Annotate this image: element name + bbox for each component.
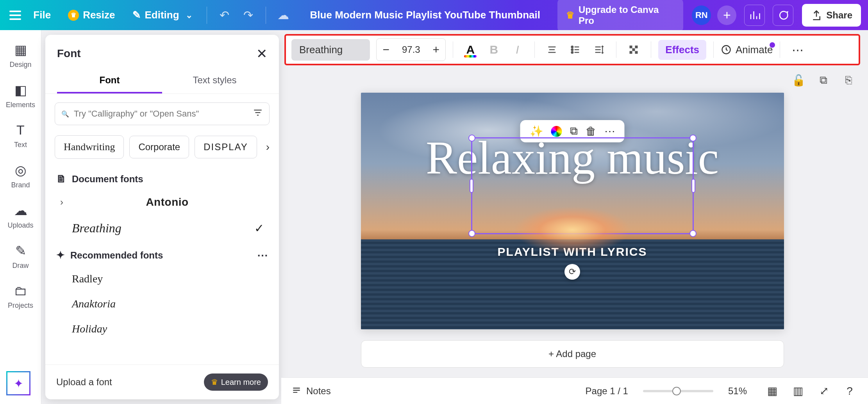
upload-font-button[interactable]: Upload a font (56, 377, 112, 388)
design-canvas[interactable]: ✨ ⧉ 🗑 ⋯ Relaxing music PLAYLIST WITH LYR… (361, 93, 784, 329)
selection-box[interactable] (471, 137, 694, 234)
brand-icon: ◎ (15, 162, 27, 178)
chips-scroll-right-icon[interactable]: › (266, 141, 270, 153)
resize-handle-tr[interactable] (689, 135, 697, 142)
svg-rect-6 (630, 51, 632, 54)
draw-icon: ✎ (15, 243, 26, 259)
user-avatar[interactable]: RN (692, 5, 711, 25)
upgrade-label: Upgrade to Canva Pro (579, 4, 675, 26)
resize-handle-br[interactable] (689, 230, 697, 237)
help-icon[interactable]: ? (841, 385, 858, 397)
fullscreen-icon[interactable]: ⤢ (816, 384, 832, 397)
bullet-list-button[interactable] (565, 40, 586, 60)
bold-button[interactable]: B (484, 40, 504, 60)
pencil-icon: ✎ (132, 9, 141, 21)
file-menu-button[interactable]: File (27, 5, 57, 25)
font-name-label: Anaktoria (72, 298, 116, 310)
canvas-sub-text[interactable]: PLAYLIST WITH LYRICS (361, 245, 784, 259)
crown-icon: ♛ (566, 10, 575, 21)
resize-handle-left[interactable] (470, 179, 473, 193)
more-icon[interactable]: ⋯ (257, 249, 268, 262)
font-antonio[interactable]: › Antonio (56, 190, 268, 215)
redo-button[interactable]: ↷ (239, 5, 258, 25)
main-area: ▦Design ◧Elements TText ◎Brand ☁Uploads … (0, 30, 868, 404)
notes-button[interactable]: Notes (291, 386, 331, 397)
share-button[interactable]: Share (802, 4, 861, 27)
resize-handle-right[interactable] (691, 179, 695, 193)
document-title[interactable]: Blue Modern Music Playlist YouTube Thumb… (310, 9, 540, 21)
thumbnail-view-icon[interactable]: ▥ (790, 384, 806, 397)
rail-brand[interactable]: ◎Brand (0, 159, 41, 192)
page-indicator[interactable]: Page 1 / 1 (586, 386, 628, 397)
increase-font-size-button[interactable]: + (427, 39, 445, 61)
header-divider (207, 7, 207, 24)
magic-button[interactable]: ✦ (6, 371, 30, 395)
document-icon: 🗎 (56, 173, 66, 185)
font-search-box[interactable]: 🔍 (55, 102, 270, 125)
learn-more-button[interactable]: ♛Learn more (204, 373, 268, 391)
text-color-button[interactable]: A (460, 40, 480, 60)
font-size-stepper: − 97.3 + (376, 38, 446, 61)
effects-button[interactable]: Effects (658, 40, 706, 60)
grid-view-icon[interactable]: ▦ (764, 384, 780, 397)
font-radley[interactable]: Radley (56, 266, 268, 291)
zoom-value[interactable]: 51% (728, 386, 747, 397)
zoom-slider-thumb[interactable] (672, 387, 681, 395)
more-options-button[interactable]: ⋯ (792, 43, 805, 57)
cloud-sync-icon[interactable]: ☁ (274, 5, 293, 25)
rail-design[interactable]: ▦Design (0, 39, 41, 72)
tab-font[interactable]: Font (57, 68, 162, 93)
rail-label: Brand (11, 181, 30, 189)
font-anaktoria[interactable]: Anaktoria (56, 291, 268, 316)
filter-icon[interactable] (253, 108, 263, 120)
resize-button[interactable]: ♛ Resize (62, 5, 121, 25)
resize-handle-tl[interactable] (468, 135, 475, 142)
font-search-input[interactable] (74, 109, 248, 119)
chip-display[interactable]: DISPLAY (195, 136, 257, 158)
italic-button[interactable]: I (507, 40, 527, 60)
toolbar-separator (651, 41, 651, 58)
resize-label: Resize (83, 9, 115, 21)
rail-uploads[interactable]: ☁Uploads (0, 199, 41, 233)
toolbar-separator (616, 41, 616, 58)
font-panel: Font ✕ Font Text styles 🔍 Handwriting Co… (45, 35, 279, 399)
alignment-button[interactable] (542, 40, 562, 60)
font-size-value[interactable]: 97.3 (395, 44, 427, 55)
font-name-label: Holiday (72, 323, 107, 335)
font-list-scroll[interactable]: 🗎 Document fonts › Antonio Breathing ✓ ✦… (45, 162, 279, 364)
comment-icon[interactable] (773, 5, 793, 26)
zoom-slider[interactable] (643, 390, 713, 392)
font-breathing[interactable]: Breathing ✓ (56, 215, 268, 242)
add-page-icon[interactable]: ⎘ (841, 72, 856, 88)
chip-corporate[interactable]: Corporate (129, 136, 189, 158)
tab-text-styles[interactable]: Text styles (162, 68, 267, 93)
lock-icon[interactable]: 🔓 (791, 72, 806, 88)
menu-hamburger-icon[interactable] (9, 9, 22, 22)
svg-rect-3 (630, 46, 632, 48)
add-collaborator-button[interactable]: + (717, 5, 736, 25)
analytics-icon[interactable] (744, 5, 765, 26)
rail-elements[interactable]: ◧Elements (0, 79, 41, 112)
upgrade-button[interactable]: ♛ Upgrade to Canva Pro (557, 0, 683, 32)
font-family-selector[interactable]: Breathing (291, 39, 370, 61)
resize-handle-bl[interactable] (468, 230, 475, 237)
top-header: File ♛ Resize ✎ Editing ⌄ ↶ ↷ ☁ Blue Mod… (0, 0, 868, 30)
chip-handwriting[interactable]: Handwriting (55, 135, 124, 159)
animate-button[interactable]: Animate (721, 44, 773, 56)
duplicate-page-icon[interactable]: ⧉ (816, 72, 831, 88)
spacing-button[interactable] (589, 40, 609, 60)
font-name-label: Radley (72, 273, 103, 285)
rotate-handle[interactable]: ⟳ (564, 264, 580, 280)
rail-draw[interactable]: ✎Draw (0, 240, 41, 273)
close-icon[interactable]: ✕ (256, 46, 267, 61)
rail-projects[interactable]: 🗀Projects (0, 280, 41, 313)
rail-text[interactable]: TText (0, 119, 41, 152)
undo-button[interactable]: ↶ (215, 5, 234, 25)
font-holiday[interactable]: Holiday (56, 316, 268, 341)
chevron-down-icon: ⌄ (186, 10, 193, 20)
decrease-font-size-button[interactable]: − (377, 39, 395, 61)
add-page-button[interactable]: + Add page (361, 340, 784, 368)
rail-label: Projects (8, 302, 33, 310)
editing-mode-button[interactable]: ✎ Editing ⌄ (126, 5, 199, 25)
transparency-button[interactable] (623, 40, 644, 60)
